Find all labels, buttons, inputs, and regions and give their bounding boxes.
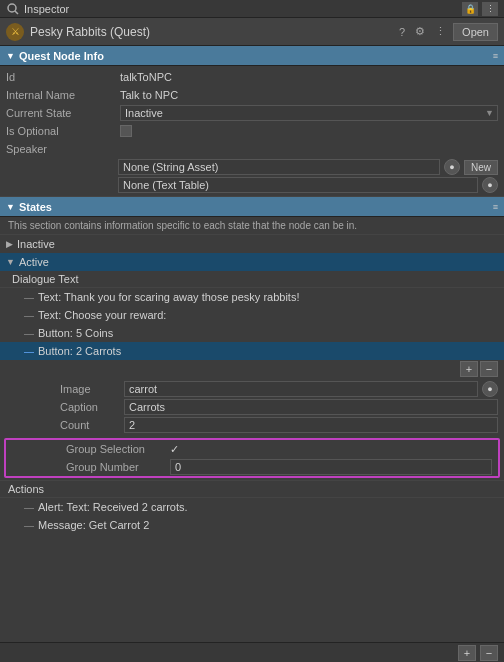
dialogue-item-2[interactable]: — Button: 5 Coins	[0, 324, 504, 342]
internal-name-row: Internal Name Talk to NPC	[0, 86, 504, 104]
current-state-row: Current State Inactive ▼	[0, 104, 504, 122]
quest-header: ⚔ Pesky Rabbits (Quest) ? ⚙ ⋮ Open	[0, 18, 504, 46]
inspector-icon	[6, 2, 20, 16]
internal-name-value: Talk to NPC	[120, 89, 498, 101]
group-number-label: Group Number	[66, 461, 166, 473]
inactive-label: Inactive	[17, 238, 55, 250]
dialogue-item-0[interactable]: — Text: Thank you for scaring away those…	[0, 288, 504, 306]
count-input[interactable]	[124, 417, 498, 433]
action-text-0: Alert: Text: Received 2 carrots.	[38, 501, 188, 513]
settings-button[interactable]: ⚙	[412, 24, 428, 39]
is-optional-label: Is Optional	[6, 125, 116, 137]
bottom-add-btn[interactable]: +	[458, 645, 476, 661]
active-state-item[interactable]: ▼ Active	[0, 253, 504, 271]
dialogue-text-2: Button: 5 Coins	[38, 327, 113, 339]
action-item-0[interactable]: — Alert: Text: Received 2 carrots.	[0, 498, 504, 516]
image-circle-btn[interactable]: ●	[482, 381, 498, 397]
states-section-header[interactable]: ▼ States ≡	[0, 197, 504, 217]
more-button[interactable]: ⋮	[482, 2, 498, 16]
count-label: Count	[60, 419, 120, 431]
quest-header-actions: ? ⚙ ⋮ Open	[396, 23, 498, 41]
quest-node-info-label: Quest Node Info	[19, 50, 489, 62]
dash-0: —	[24, 292, 34, 303]
dialogue-text-3: Button: 2 Carrots	[38, 345, 121, 357]
quest-icon: ⚔	[6, 23, 24, 41]
img-area: Image ● Caption Count	[0, 378, 504, 436]
dialogue-plus-minus: + −	[0, 360, 504, 378]
dash-3: —	[24, 346, 34, 357]
help-button[interactable]: ?	[396, 25, 408, 39]
inactive-triangle: ▶	[6, 239, 13, 249]
current-state-label: Current State	[6, 107, 116, 119]
states-arrow: ▼	[6, 202, 15, 212]
dash-1: —	[24, 310, 34, 321]
action-item-1[interactable]: — Message: Get Carrot 2	[0, 516, 504, 534]
actions-header: Actions	[0, 480, 504, 498]
dialogue-text-0: Text: Thank you for scaring away those p…	[38, 291, 299, 303]
group-selection-label: Group Selection	[66, 443, 166, 455]
is-optional-row: Is Optional	[0, 122, 504, 140]
internal-name-label: Internal Name	[6, 89, 116, 101]
is-optional-checkbox[interactable]	[120, 125, 132, 137]
image-input[interactable]	[124, 381, 478, 397]
states-menu-icon: ≡	[493, 202, 498, 212]
dash-2: —	[24, 328, 34, 339]
current-state-select[interactable]: Inactive	[120, 105, 498, 121]
speaker-row-1: ● New	[0, 158, 504, 176]
active-label: Active	[19, 256, 49, 268]
action-text-1: Message: Get Carrot 2	[38, 519, 149, 531]
bottom-remove-btn[interactable]: −	[480, 645, 498, 661]
speaker-input-1[interactable]	[118, 159, 440, 175]
quest-title: Pesky Rabbits (Quest)	[30, 25, 390, 39]
group-number-row: Group Number	[6, 458, 498, 476]
speaker-new-btn[interactable]: New	[464, 160, 498, 175]
speaker-circle-btn-1[interactable]: ●	[444, 159, 460, 175]
svg-point-0	[8, 4, 16, 12]
form-area: Id talkToNPC Internal Name Talk to NPC C…	[0, 66, 504, 196]
group-selection-row: Group Selection ✓	[6, 440, 498, 458]
title-bar-label: Inspector	[24, 3, 462, 15]
action-dash-0: —	[24, 502, 34, 513]
dialogue-text-1: Text: Choose your reward:	[38, 309, 166, 321]
group-box: Group Selection ✓ Group Number	[4, 438, 500, 478]
image-label: Image	[60, 383, 120, 395]
svg-line-1	[15, 11, 18, 14]
speaker-label: Speaker	[6, 143, 116, 155]
open-button[interactable]: Open	[453, 23, 498, 41]
lock-button[interactable]: 🔒	[462, 2, 478, 16]
dialogue-item-1[interactable]: — Text: Choose your reward:	[0, 306, 504, 324]
speaker-circle-btn-2[interactable]: ●	[482, 177, 498, 193]
speaker-row-label: Speaker	[0, 140, 504, 158]
id-value: talkToNPC	[120, 71, 498, 83]
states-label: States	[19, 201, 489, 213]
title-bar-actions: 🔒 ⋮	[462, 2, 498, 16]
title-bar: Inspector 🔒 ⋮	[0, 0, 504, 18]
caption-input[interactable]	[124, 399, 498, 415]
more-options-button[interactable]: ⋮	[432, 24, 449, 39]
section-menu-icon: ≡	[493, 51, 498, 61]
current-state-select-wrapper: Inactive ▼	[120, 105, 498, 121]
id-row: Id talkToNPC	[0, 68, 504, 86]
group-selection-value: ✓	[170, 443, 492, 456]
group-number-input[interactable]	[170, 459, 492, 475]
dialogue-header: Dialogue Text	[0, 271, 504, 288]
speaker-row-2: ●	[0, 176, 504, 194]
dialogue-item-3[interactable]: — Button: 2 Carrots	[0, 342, 504, 360]
states-info: This section contains information specif…	[0, 217, 504, 235]
dialogue-remove-btn[interactable]: −	[480, 361, 498, 377]
caption-row: Caption	[0, 398, 504, 416]
id-label: Id	[6, 71, 116, 83]
caption-label: Caption	[60, 401, 120, 413]
action-dash-1: —	[24, 520, 34, 531]
inactive-state-item[interactable]: ▶ Inactive	[0, 235, 504, 253]
section-arrow: ▼	[6, 51, 15, 61]
active-triangle: ▼	[6, 257, 15, 267]
count-row: Count	[0, 416, 504, 434]
speaker-input-2[interactable]	[118, 177, 478, 193]
quest-node-info-header[interactable]: ▼ Quest Node Info ≡	[0, 46, 504, 66]
image-row: Image ●	[0, 380, 504, 398]
bottom-toolbar: + −	[0, 642, 504, 662]
dialogue-add-btn[interactable]: +	[460, 361, 478, 377]
